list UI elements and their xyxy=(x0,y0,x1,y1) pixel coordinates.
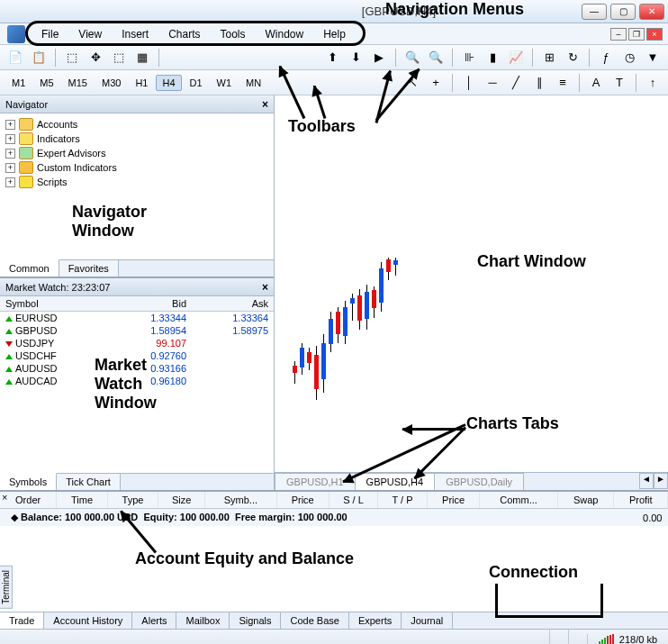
mw-col-bid[interactable]: Bid xyxy=(110,296,192,312)
term-col[interactable]: Size xyxy=(158,492,205,509)
navigator-toggle[interactable]: ✥ xyxy=(86,48,105,68)
term-col[interactable]: Price xyxy=(276,492,329,509)
term-tab-trade[interactable]: Trade xyxy=(0,612,44,629)
zoom-out-button[interactable]: 🔍 xyxy=(426,48,446,68)
profiles-button[interactable]: 📋 xyxy=(29,48,49,68)
text-label-button[interactable]: T xyxy=(609,73,629,93)
inner-minimize-button[interactable]: – xyxy=(610,28,627,41)
mw-row[interactable]: GBPUSD1.589541.58975 xyxy=(0,324,274,337)
menu-file[interactable]: File xyxy=(32,25,68,43)
term-tab-mailbox[interactable]: Mailbox xyxy=(176,612,230,629)
candle-chart-button[interactable]: ▮ xyxy=(483,48,502,68)
new-order-button[interactable]: ⬆ xyxy=(322,48,342,68)
menu-insert[interactable]: Insert xyxy=(113,25,158,43)
menu-view[interactable]: View xyxy=(69,25,111,43)
term-col[interactable]: Comm... xyxy=(480,492,558,509)
chart-tab[interactable]: GBPUSD,H1 xyxy=(275,473,356,490)
vline-button[interactable]: │ xyxy=(459,73,479,93)
term-col[interactable]: Type xyxy=(107,492,158,509)
timeframe-D1[interactable]: D1 xyxy=(184,75,209,91)
timeframe-H1[interactable]: H1 xyxy=(129,75,154,91)
timeframe-H4[interactable]: H4 xyxy=(156,75,181,91)
nav-item-expert-advisors[interactable]: +Expert Advisors xyxy=(4,146,270,160)
meta-button[interactable]: ⬇ xyxy=(346,48,366,68)
expand-icon[interactable]: + xyxy=(5,177,15,187)
term-tab-code-base[interactable]: Code Base xyxy=(281,612,348,629)
menu-help[interactable]: Help xyxy=(314,25,355,43)
chart-tab[interactable]: GBPUSD,H4 xyxy=(355,473,436,490)
expand-icon[interactable]: + xyxy=(5,163,15,173)
zoom-in-button[interactable]: 🔍 xyxy=(402,48,422,68)
cursor-button[interactable]: ↖ xyxy=(402,73,422,93)
maximize-button[interactable]: ▢ xyxy=(610,4,636,20)
chart-tab[interactable]: GBPUSD,Daily xyxy=(434,473,524,490)
bar-chart-button[interactable]: ⊪ xyxy=(459,48,479,68)
expand-icon[interactable]: + xyxy=(5,134,15,144)
nav-tab-favorites[interactable]: Favorites xyxy=(59,260,119,277)
term-col[interactable]: Symb... xyxy=(205,492,276,509)
mw-row[interactable]: AUDUSD0.93166 xyxy=(0,362,274,375)
menu-tools[interactable]: Tools xyxy=(212,25,255,43)
chart-canvas[interactable] xyxy=(275,95,668,472)
nav-item-indicators[interactable]: +Indicators xyxy=(4,132,270,146)
market-watch-close-icon[interactable]: × xyxy=(262,281,268,294)
text-button[interactable]: A xyxy=(586,73,606,93)
term-col[interactable]: Swap xyxy=(557,492,614,509)
menu-charts[interactable]: Charts xyxy=(159,25,209,43)
navigator-close-icon[interactable]: × xyxy=(262,98,268,111)
connection-status[interactable]: 218/0 kb xyxy=(587,634,668,645)
expand-icon[interactable]: + xyxy=(5,149,15,159)
timeframe-M1[interactable]: M1 xyxy=(5,75,32,91)
timeframe-W1[interactable]: W1 xyxy=(211,75,239,91)
indicators-button[interactable]: ƒ xyxy=(596,48,616,68)
fibo-button[interactable]: ≡ xyxy=(553,73,573,93)
term-tab-account-history[interactable]: Account History xyxy=(44,612,132,629)
timeframe-M5[interactable]: M5 xyxy=(33,75,59,91)
mw-tab-symbols[interactable]: Symbols xyxy=(0,473,57,490)
nav-item-scripts[interactable]: +Scripts xyxy=(4,175,270,189)
mw-col-ask[interactable]: Ask xyxy=(192,296,274,312)
nav-tab-common[interactable]: Common xyxy=(0,259,59,277)
shift-button[interactable]: ⊞ xyxy=(539,48,559,68)
mw-row[interactable]: AUDCAD0.96180 xyxy=(0,375,274,387)
mw-tab-tick-chart[interactable]: Tick Chart xyxy=(57,474,121,490)
mw-row[interactable]: EURUSD1.333441.33364 xyxy=(0,312,274,325)
inner-restore-button[interactable]: ❐ xyxy=(628,28,645,41)
mw-row[interactable]: USDCHF0.92760 xyxy=(0,349,274,362)
menu-window[interactable]: Window xyxy=(257,25,313,43)
term-tab-signals[interactable]: Signals xyxy=(230,612,281,629)
term-tab-journal[interactable]: Journal xyxy=(402,612,453,629)
mw-row[interactable]: USDJPY99.107 xyxy=(0,337,274,349)
auto-trading-button[interactable]: ▶ xyxy=(369,48,389,68)
crosshair-button[interactable]: + xyxy=(426,73,446,93)
templates-button[interactable]: ▼ xyxy=(643,48,663,68)
timeframe-M15[interactable]: M15 xyxy=(62,75,94,91)
line-chart-button[interactable]: 📈 xyxy=(506,48,526,68)
trendline-button[interactable]: ╱ xyxy=(506,73,526,93)
auto-scroll-button[interactable]: ↻ xyxy=(563,48,582,68)
nav-item-custom-indicators[interactable]: +Custom Indicators xyxy=(4,160,270,175)
terminal-close-icon[interactable]: × xyxy=(0,491,10,503)
market-watch-toggle[interactable]: ⬚ xyxy=(62,48,82,68)
term-tab-alerts[interactable]: Alerts xyxy=(132,612,176,629)
tab-scroll-right[interactable]: ► xyxy=(654,473,668,489)
channel-button[interactable]: ∥ xyxy=(529,73,549,93)
term-tab-experts[interactable]: Experts xyxy=(349,612,402,629)
nav-item-accounts[interactable]: +Accounts xyxy=(4,117,270,132)
tab-scroll-left[interactable]: ◄ xyxy=(639,473,654,489)
term-col[interactable]: Price xyxy=(427,492,479,509)
periods-button[interactable]: ◷ xyxy=(619,48,639,68)
minimize-button[interactable]: — xyxy=(582,4,607,20)
timeframe-M30[interactable]: M30 xyxy=(95,75,127,91)
terminal-toggle[interactable]: ⬚ xyxy=(109,48,129,68)
term-col[interactable]: Profit xyxy=(614,492,668,509)
hline-button[interactable]: ─ xyxy=(483,73,502,93)
inner-close-button[interactable]: × xyxy=(646,28,663,41)
new-chart-button[interactable]: 📄 xyxy=(5,48,25,68)
close-button[interactable]: ✕ xyxy=(639,4,664,20)
arrows-button[interactable]: ↑ xyxy=(643,73,663,93)
term-col[interactable]: Time xyxy=(57,492,108,509)
term-col[interactable]: T / P xyxy=(378,492,428,509)
mw-col-symbol[interactable]: Symbol xyxy=(0,296,110,312)
tester-toggle[interactable]: ▦ xyxy=(132,48,152,68)
